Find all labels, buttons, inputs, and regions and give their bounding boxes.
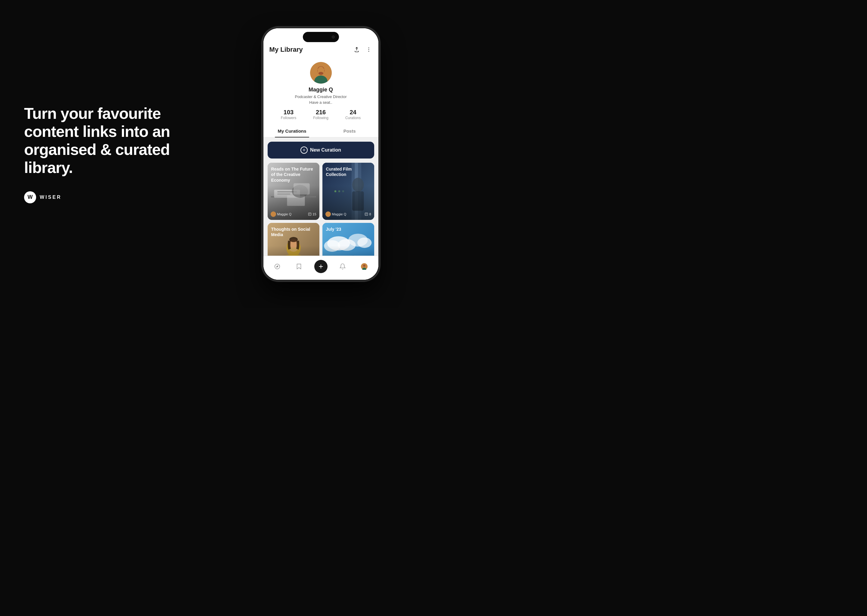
dynamic-island <box>303 32 339 42</box>
following-label: Following <box>313 116 328 120</box>
svg-point-18 <box>271 211 276 217</box>
svg-point-31 <box>325 211 331 217</box>
followers-stat: 103 Followers <box>273 109 305 120</box>
card-footer-creative: Maggie Q 15 <box>271 211 317 217</box>
card-title-july: July '23 <box>326 226 370 232</box>
curation-card-creative-economy[interactable]: Reads on The Future of the Creative Econ… <box>268 163 319 220</box>
svg-rect-19 <box>309 213 311 216</box>
followers-count: 103 <box>284 109 293 116</box>
wiser-brand-name: WISER <box>40 195 61 200</box>
phone-screen: My Library <box>263 28 378 280</box>
nav-notifications[interactable] <box>336 260 349 273</box>
curations-content: + New Curation <box>263 137 378 256</box>
card-username-creative: Maggie Q <box>277 212 292 216</box>
svg-point-40 <box>289 237 298 242</box>
svg-point-1 <box>368 49 369 50</box>
card-title-social: Thoughts on Social Media <box>271 226 316 237</box>
nav-add[interactable] <box>314 260 328 273</box>
curations-label: Curations <box>345 116 361 120</box>
page-title: My Library <box>270 46 303 53</box>
headline: Turn your favourite content links into a… <box>24 105 184 176</box>
curations-grid: Reads on The Future of the Creative Econ… <box>268 163 374 256</box>
logo-row: W WISER <box>24 191 184 203</box>
svg-point-0 <box>368 47 369 49</box>
card-avatar-film <box>325 211 331 217</box>
svg-point-2 <box>368 51 369 52</box>
profile-section: Maggie Q Podcaster & Creative Director H… <box>263 57 378 125</box>
tab-posts[interactable]: Posts <box>321 125 378 137</box>
curations-stat: 24 Curations <box>337 109 369 120</box>
avatar <box>310 62 332 83</box>
share-icon[interactable] <box>353 46 360 53</box>
card-title-creative: Reads on The Future of the Creative Econ… <box>271 167 316 183</box>
nav-bookmarks[interactable] <box>292 260 306 273</box>
curation-card-july[interactable]: July '23 Maggie Q <box>322 223 374 256</box>
nav-explore[interactable] <box>271 260 284 273</box>
card-footer-film: Maggie Q 8 <box>325 211 371 217</box>
bottom-nav <box>263 256 378 280</box>
curation-card-social[interactable]: Thoughts on Social Media Maggie Q <box>268 223 319 256</box>
left-section: Turn your favourite content links into a… <box>0 86 208 221</box>
card-count-film: 8 <box>364 212 371 216</box>
wiser-logo: W <box>24 191 36 203</box>
more-icon[interactable] <box>365 46 372 53</box>
svg-point-60 <box>363 264 366 267</box>
svg-marker-56 <box>276 265 278 267</box>
camera-dot <box>332 36 335 39</box>
followers-label: Followers <box>281 116 296 120</box>
app-content: My Library <box>263 28 378 280</box>
card-count-creative: 15 <box>308 212 316 216</box>
svg-point-8 <box>318 72 323 75</box>
card-username-film: Maggie Q <box>332 212 347 216</box>
svg-rect-32 <box>365 213 368 216</box>
curations-count: 24 <box>350 109 356 116</box>
stats-row: 103 Followers 216 Following 24 Curations <box>270 109 372 120</box>
card-avatar-creative <box>271 211 276 217</box>
app-header: My Library <box>263 46 378 57</box>
right-section: My Library <box>208 21 434 287</box>
header-actions <box>353 46 372 53</box>
profile-name: Maggie Q <box>309 86 333 93</box>
tabs-row: My Curations Posts <box>263 125 378 137</box>
new-curation-button[interactable]: + New Curation <box>268 141 374 159</box>
card-user-creative: Maggie Q <box>271 211 292 217</box>
nav-profile[interactable] <box>358 260 371 273</box>
profile-bio: Podcaster & Creative Director <box>295 94 347 99</box>
card-user-film: Maggie Q <box>325 211 347 217</box>
new-curation-icon: + <box>300 146 308 154</box>
curation-card-film[interactable]: Curated Film Collection Maggie Q <box>322 163 374 220</box>
phone-shell: My Library <box>262 27 380 281</box>
profile-tagline: Have a seat.. <box>309 100 333 105</box>
card-title-film: Curated Film Collection <box>326 167 370 177</box>
new-curation-label: New Curation <box>310 148 341 153</box>
following-count: 216 <box>316 109 326 116</box>
tab-my-curations[interactable]: My Curations <box>263 125 321 137</box>
following-stat: 216 Following <box>305 109 337 120</box>
